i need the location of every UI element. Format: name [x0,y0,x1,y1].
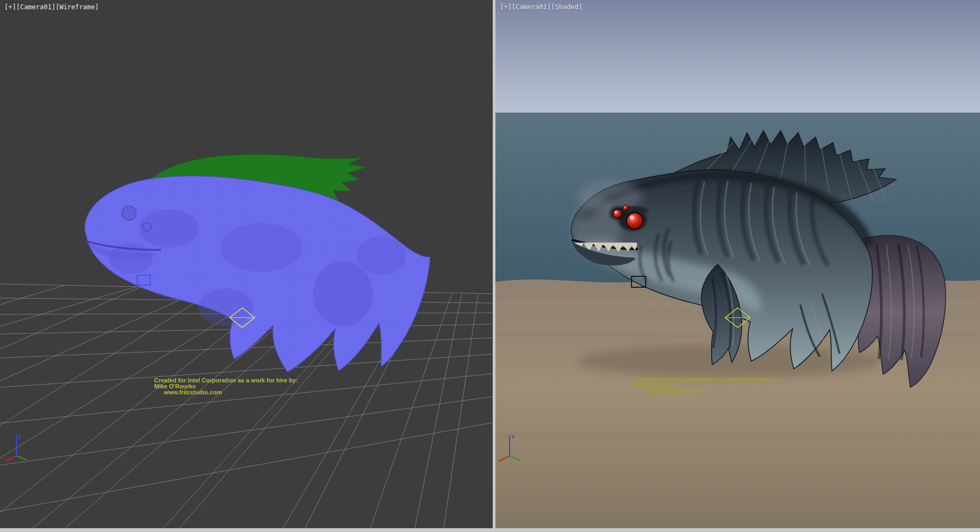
watermark-line3: www.frilzstudio.com [163,389,222,395]
sky [495,0,980,113]
viewport-shaded[interactable]: [+][Camera01][Shaded] [495,0,980,528]
watermark: Created for Intel Corporation as a work … [154,377,298,395]
fish-eye-small [623,205,628,211]
viewport-label-bar: [+][Camera01][Wireframe] [4,3,99,11]
fish-eye-small-wireframe [143,222,151,231]
fish-eye-large [627,213,643,229]
fish-eye-large-wireframe [122,206,136,220]
viewport-menu-pov[interactable]: [Camera01] [512,3,551,11]
fish-eye-medium [613,209,622,218]
watermark-line3: www.frilzstudio.com [644,388,702,394]
viewport-menu-shading[interactable]: [Shaded] [551,3,583,11]
axis-z-label: z [19,434,21,440]
viewport-menu-general[interactable]: [+] [500,3,512,11]
shaded-scene: Created for Intel Corporation as a work … [495,0,980,528]
world-axis-tripod: z [5,434,27,461]
axis-z-label: z [512,434,514,440]
viewport-wireframe[interactable]: [+][Camera01][Wireframe] [0,0,493,528]
wireframe-scene: Created for Intel Corporation as a work … [0,0,493,528]
viewport-menu-pov[interactable]: [Camera01] [16,3,56,11]
viewport-menu-general[interactable]: [+] [4,3,16,11]
viewport-label-bar: [+][Camera01][Shaded] [500,3,583,11]
viewport-menu-shading[interactable]: [Wireframe] [56,3,99,11]
